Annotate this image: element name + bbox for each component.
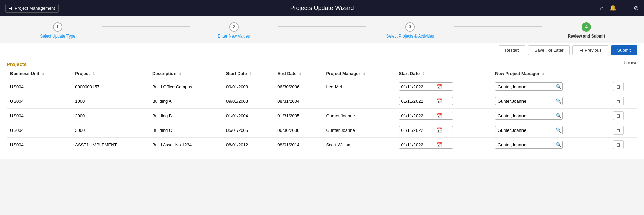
search-icon[interactable]: 🔍 xyxy=(556,142,561,147)
step-1-circle: 1 xyxy=(53,22,62,32)
cell-new-start-date: 📅 xyxy=(396,123,492,138)
date-input-wrapper: 📅 xyxy=(399,126,453,134)
calendar-icon[interactable]: 📅 xyxy=(436,113,442,118)
cell-description: Building C xyxy=(149,123,223,138)
date-input-wrapper: 📅 xyxy=(399,112,453,120)
cell-project-manager: Gunter,Joanne xyxy=(323,123,395,138)
new-start-date-input[interactable] xyxy=(401,84,435,89)
cell-new-start-date: 📅 xyxy=(396,79,492,94)
cell-business-unit: US004 xyxy=(7,94,72,109)
cell-start-date: 05/01/2005 xyxy=(223,123,274,138)
cell-delete: 🗑 xyxy=(610,79,637,94)
sort-icon-project-manager[interactable]: ⇕ xyxy=(363,72,365,76)
header: ◀ Project Management Projects Update Wiz… xyxy=(0,0,644,16)
cell-end-date: 01/31/2005 xyxy=(274,109,323,123)
new-project-manager-input[interactable] xyxy=(498,128,554,133)
stepper: 1 Select Update Type 2 Enter New Values … xyxy=(14,22,630,39)
new-start-date-input[interactable] xyxy=(401,113,435,118)
cell-start-date: 01/01/2004 xyxy=(223,109,274,123)
search-input-wrapper: 🔍 xyxy=(495,112,563,120)
cell-description: Building B xyxy=(149,109,223,123)
cell-new-project-manager: 🔍 xyxy=(492,94,610,109)
step-3-label: Select Projects & Activities xyxy=(386,34,434,39)
sort-icon-business-unit[interactable]: ⇕ xyxy=(42,72,44,76)
cell-project-manager xyxy=(323,94,395,109)
sort-icon-end-date[interactable]: ⇕ xyxy=(299,72,301,76)
search-icon[interactable]: 🔍 xyxy=(556,84,561,89)
main-content: Projects 5 rows Business Unit ⇕ Project … xyxy=(0,58,644,159)
sort-icon-description[interactable]: ⇕ xyxy=(179,72,181,76)
submit-button[interactable]: Submit xyxy=(611,45,637,55)
section-title: Projects xyxy=(7,58,27,68)
date-input-wrapper: 📅 xyxy=(399,82,453,91)
back-button[interactable]: ◀ Project Management xyxy=(5,4,59,13)
more-icon[interactable]: ⋮ xyxy=(622,4,628,12)
new-start-date-input[interactable] xyxy=(401,99,435,104)
search-icon[interactable]: 🔍 xyxy=(556,127,561,133)
cell-end-date: 08/01/2014 xyxy=(274,138,323,152)
delete-row-button[interactable]: 🗑 xyxy=(613,82,624,91)
step-1[interactable]: 1 Select Update Type xyxy=(14,22,102,39)
cell-new-start-date: 📅 xyxy=(396,138,492,152)
delete-row-button[interactable]: 🗑 xyxy=(613,126,624,135)
cell-start-date: 09/01/2003 xyxy=(223,79,274,94)
table-row: US004 ASST1_IMPLEMENT Build Asset No 123… xyxy=(7,138,637,152)
col-end-date: End Date ⇕ xyxy=(274,68,323,79)
cell-business-unit: US004 xyxy=(7,79,72,94)
col-project-manager: Project Manager ⇕ xyxy=(323,68,395,79)
table-row: US004 2000 Building B 01/01/2004 01/31/2… xyxy=(7,109,637,123)
calendar-icon[interactable]: 📅 xyxy=(436,98,442,104)
search-icon[interactable]: 🔍 xyxy=(556,113,561,118)
sort-icon-new-start-date[interactable]: ⇕ xyxy=(422,72,425,76)
stepper-container: 1 Select Update Type 2 Enter New Values … xyxy=(0,16,644,43)
cell-project: ASST1_IMPLEMENT xyxy=(72,138,149,152)
cell-business-unit: US004 xyxy=(7,123,72,138)
bell-icon[interactable]: 🔔 xyxy=(609,4,617,12)
search-input-wrapper: 🔍 xyxy=(495,126,563,134)
calendar-icon[interactable]: 📅 xyxy=(436,142,442,147)
cell-new-project-manager: 🔍 xyxy=(492,123,610,138)
cell-project-manager: Lee Mei xyxy=(323,79,395,94)
delete-row-button[interactable]: 🗑 xyxy=(613,140,624,149)
step-3[interactable]: 3 Select Projects & Activities xyxy=(366,22,454,39)
cell-start-date: 08/01/2012 xyxy=(223,138,274,152)
table-row: US004 1000 Building A 09/01/2003 08/31/2… xyxy=(7,94,637,109)
cell-new-project-manager: 🔍 xyxy=(492,138,610,152)
cell-end-date: 06/30/2006 xyxy=(274,123,323,138)
new-project-manager-input[interactable] xyxy=(498,142,554,147)
sort-icon-new-project-manager[interactable]: ⇕ xyxy=(542,72,544,76)
save-for-later-button[interactable]: Save For Later xyxy=(528,45,570,55)
cell-delete: 🗑 xyxy=(610,138,637,152)
cell-project: 0000000157 xyxy=(72,79,149,94)
step-4-label: Review and Submit xyxy=(568,34,605,39)
home-icon[interactable]: ⌂ xyxy=(600,5,604,12)
search-icon[interactable]: 🔍 xyxy=(556,98,561,104)
calendar-icon[interactable]: 📅 xyxy=(436,84,442,89)
new-start-date-input[interactable] xyxy=(401,128,435,133)
sort-icon-project[interactable]: ⇕ xyxy=(92,72,95,76)
cell-project-manager: Scott,William xyxy=(323,138,395,152)
restart-button[interactable]: Restart xyxy=(499,45,526,55)
cell-end-date: 06/30/2006 xyxy=(274,79,323,94)
sort-icon-start-date[interactable]: ⇕ xyxy=(249,72,252,76)
cell-business-unit: US004 xyxy=(7,138,72,152)
new-project-manager-input[interactable] xyxy=(498,113,554,118)
col-new-project-manager: New Project Manager ⇕ xyxy=(492,68,610,79)
new-project-manager-input[interactable] xyxy=(498,99,554,104)
calendar-icon[interactable]: 📅 xyxy=(436,127,442,133)
new-project-manager-input[interactable] xyxy=(498,84,554,89)
step-4-circle: 4 xyxy=(582,22,591,32)
block-icon[interactable]: ⊘ xyxy=(634,4,639,12)
new-start-date-input[interactable] xyxy=(401,142,435,147)
back-label: Project Management xyxy=(15,6,55,11)
previous-button[interactable]: ◄ Previous xyxy=(572,45,608,55)
header-icons: ⌂ 🔔 ⋮ ⊘ xyxy=(600,4,639,12)
delete-row-button[interactable]: 🗑 xyxy=(613,111,624,120)
step-4[interactable]: 4 Review and Submit xyxy=(542,22,630,39)
stepper-line-1 xyxy=(102,26,190,27)
delete-row-button[interactable]: 🗑 xyxy=(613,97,624,105)
row-count: 5 rows xyxy=(624,60,637,66)
step-2[interactable]: 2 Enter New Values xyxy=(190,22,278,39)
table-row: US004 0000000157 Build Office Campus 09/… xyxy=(7,79,637,94)
cell-description: Build Asset No 1234 xyxy=(149,138,223,152)
